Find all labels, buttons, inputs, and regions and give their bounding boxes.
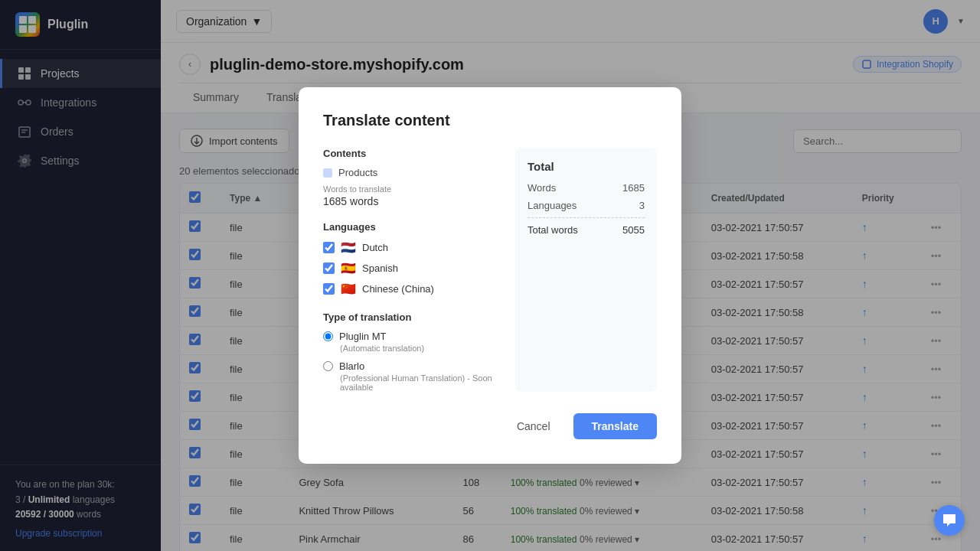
- blarlo-option: Blarlo (Professional Human Translation) …: [323, 360, 500, 392]
- dutch-checkbox[interactable]: [323, 242, 335, 253]
- chinese-flag-icon: 🇨🇳: [341, 282, 356, 296]
- lang-spanish: 🇪🇸 Spanish: [323, 261, 500, 276]
- total-title: Total: [528, 160, 645, 173]
- spanish-checkbox[interactable]: [323, 262, 335, 274]
- languages-label: Languages: [323, 221, 500, 233]
- spanish-label: Spanish: [362, 262, 398, 274]
- modal-title: Translate content: [323, 112, 657, 129]
- products-label: Products: [338, 167, 377, 178]
- total-words-value: 1685: [622, 182, 645, 194]
- blarlo-radio[interactable]: [323, 361, 333, 371]
- modal-footer: Cancel Translate: [323, 413, 657, 439]
- pluglin-mt-radio[interactable]: [323, 331, 333, 341]
- total-sum-row: Total words 5055: [528, 224, 645, 236]
- pluglin-mt-desc: (Automatic translation): [340, 344, 500, 353]
- dutch-flag-icon: 🇳🇱: [341, 240, 356, 255]
- languages-list: 🇳🇱 Dutch 🇪🇸 Spanish 🇨🇳 Chinese (China): [323, 240, 500, 296]
- type-label: Type of translation: [323, 311, 500, 323]
- words-count: 1685 words: [323, 195, 500, 207]
- lang-chinese: 🇨🇳 Chinese (China): [323, 282, 500, 296]
- products-color: [323, 168, 332, 178]
- chinese-checkbox[interactable]: [323, 283, 335, 295]
- modal-left: Contents Products Words to translate 168…: [323, 148, 500, 392]
- total-box: Total Words 1685 Languages 3 Total words…: [528, 160, 645, 236]
- modal-total-panel: Total Words 1685 Languages 3 Total words…: [515, 148, 657, 392]
- total-languages-value: 3: [639, 200, 645, 211]
- pluglin-mt-option: Pluglin MT (Automatic translation): [323, 331, 500, 353]
- translate-content-modal: Translate content Contents Products Word…: [299, 87, 681, 464]
- modal-body: Contents Products Words to translate 168…: [323, 148, 657, 392]
- total-sum-label: Total words: [528, 224, 578, 236]
- spanish-flag-icon: 🇪🇸: [341, 261, 356, 276]
- total-words-row: Words 1685: [528, 182, 645, 194]
- type-section: Type of translation Pluglin MT (Automati…: [323, 311, 500, 392]
- pluglin-mt-label: Pluglin MT: [323, 331, 500, 342]
- chat-icon: [942, 513, 957, 528]
- blarlo-label: Blarlo: [323, 360, 500, 372]
- lang-dutch: 🇳🇱 Dutch: [323, 240, 500, 255]
- total-languages-row: Languages 3: [528, 200, 645, 211]
- dutch-label: Dutch: [362, 242, 388, 253]
- total-divider: [528, 217, 645, 218]
- total-languages-label: Languages: [528, 200, 577, 211]
- total-words-label: Words: [528, 182, 556, 194]
- translate-button[interactable]: Translate: [573, 413, 657, 439]
- products-item: Products: [323, 167, 500, 178]
- modal-overlay: Translate content Contents Products Word…: [0, 0, 980, 551]
- total-sum-value: 5055: [622, 224, 645, 236]
- contents-label: Contents: [323, 148, 500, 159]
- blarlo-desc: (Professional Human Translation) - Soon …: [340, 373, 500, 392]
- translation-type-group: Pluglin MT (Automatic translation) Blarl…: [323, 331, 500, 392]
- cancel-button[interactable]: Cancel: [503, 413, 564, 439]
- words-to-translate-label: Words to translate: [323, 184, 500, 194]
- chat-bubble-button[interactable]: [934, 505, 965, 536]
- chinese-label: Chinese (China): [362, 283, 434, 295]
